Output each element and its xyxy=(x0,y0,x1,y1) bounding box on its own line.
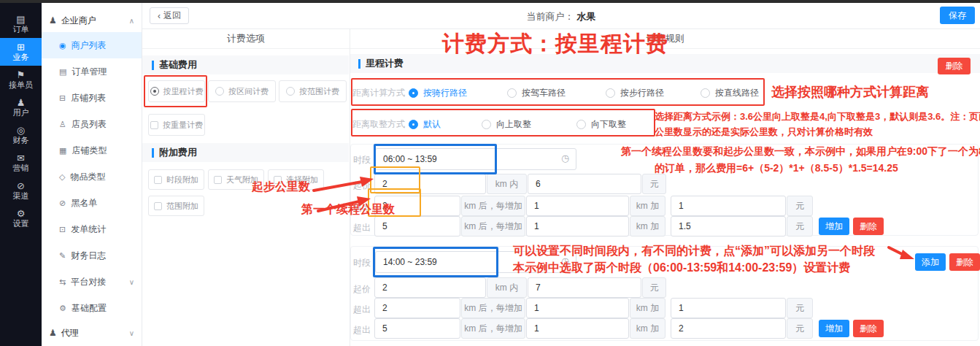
sidebar-item-shop-list[interactable]: ⊟ 店铺列表 xyxy=(42,85,142,111)
rail-item-label: 接单员 xyxy=(9,80,33,90)
per-km-input[interactable] xyxy=(526,298,629,318)
per-km-input[interactable] xyxy=(526,318,629,339)
delete-period-button[interactable]: 删除 xyxy=(949,253,980,271)
sidebar-group-agent[interactable]: ♟ 代理 ∨ xyxy=(42,321,142,345)
base-km-input[interactable] xyxy=(374,277,486,298)
delete-row-button[interactable]: 删除 xyxy=(853,320,884,337)
courier-icon: ⚑ xyxy=(17,70,26,80)
time-range-input[interactable] xyxy=(375,251,576,273)
option-label: 范围附加 xyxy=(166,201,198,212)
rail-item-label: 业务 xyxy=(13,53,29,62)
rail-item-label: 财务 xyxy=(13,136,29,145)
radio-off-icon xyxy=(286,87,295,96)
radio-walking-route[interactable]: 按步行路径 xyxy=(606,87,664,99)
radio-riding-route[interactable]: 按骑行路径 xyxy=(409,87,467,99)
km-after-addon: km 后，每增加 xyxy=(461,216,525,237)
business-icon: ⊞ xyxy=(17,42,25,53)
rail-item-marketing[interactable]: ✉ 营销 xyxy=(0,149,42,177)
save-button[interactable]: 保存 xyxy=(940,7,975,24)
per-km-input[interactable] xyxy=(526,216,629,237)
rail-item-couriers[interactable]: ⚑ 接单员 xyxy=(0,66,42,93)
over-label: 超出 xyxy=(353,304,371,316)
delete-mileage-section-button[interactable]: 删除 xyxy=(938,58,971,74)
rail-item-business[interactable]: ⊞ 业务 xyxy=(0,38,42,66)
sidebar-item-order-management[interactable]: ▤ 订单管理 xyxy=(42,58,142,85)
option-range-extra[interactable]: 范围附加 xyxy=(148,196,204,216)
rail-item-finance[interactable]: ◎ 财务 xyxy=(0,121,42,149)
over-km-input[interactable] xyxy=(374,196,460,216)
sidebar-item-label: 基础配置 xyxy=(72,302,107,315)
sidebar-item-label: 商户列表 xyxy=(72,39,107,52)
rail-item-settings[interactable]: ⚙ 设置 xyxy=(0,204,42,232)
user-icon: ♟ xyxy=(17,98,26,108)
over-price-input[interactable] xyxy=(671,318,786,339)
rail-item-orders[interactable]: ▤ 订单 xyxy=(0,10,42,38)
delete-row-button[interactable]: 删除 xyxy=(853,218,884,235)
yuan-addon: 元 xyxy=(642,174,666,194)
over-label: 超出 xyxy=(353,201,371,214)
sidebar-item-shop-type[interactable]: ▦ 店铺类型 xyxy=(42,137,142,164)
rail-item-channels[interactable]: ⊘ 渠道 xyxy=(0,177,42,204)
radio-rounding-default[interactable]: 默认 xyxy=(409,118,441,131)
sidebar-item-clerk-list[interactable]: ♙ 店员列表 xyxy=(42,111,142,137)
distance-method-row: 距离计算方式 按骑行路径 按驾车路径 按步行路径 按直线路径 xyxy=(350,80,980,105)
radio-driving-route[interactable]: 按驾车路径 xyxy=(507,87,566,99)
radio-round-up[interactable]: 向上取整 xyxy=(482,118,531,131)
shop-type-icon: ▦ xyxy=(59,146,66,155)
distance-method-label: 距离计算方式 xyxy=(352,87,405,99)
blacklist-icon: ⊘ xyxy=(59,199,66,208)
rail-item-users[interactable]: ♟ 用户 xyxy=(0,93,42,121)
option-select-extra[interactable]: 选择附加 xyxy=(268,169,324,190)
merchant-list-icon: ◉ xyxy=(59,41,66,50)
base-price-row: 起价 km 内 元 xyxy=(351,174,978,194)
time-range-input[interactable] xyxy=(375,148,576,170)
yuan-addon: 元 xyxy=(787,298,813,318)
option-by-interval[interactable]: 按区间计费 xyxy=(208,80,276,102)
sidebar-item-blacklist[interactable]: ⊘ 黑名单 xyxy=(42,190,142,216)
over-label: 超出 xyxy=(353,222,371,234)
over-price-input[interactable] xyxy=(671,298,786,318)
base-price-input[interactable] xyxy=(528,277,641,298)
add-period-button[interactable]: 添加 xyxy=(915,253,946,271)
radio-round-down[interactable]: 向下取整 xyxy=(576,118,626,131)
radio-label: 按驾车路径 xyxy=(522,87,566,99)
option-time-extra[interactable]: 时段附加 xyxy=(148,169,204,190)
km-after-addon: km 后，每增加 xyxy=(461,298,525,318)
option-by-weight[interactable]: 按重量计费 xyxy=(148,114,205,136)
over-label: 超出 xyxy=(353,324,371,337)
sidebar-item-merchant-list[interactable]: ◉ 商户列表 xyxy=(42,32,142,58)
sidebar-item-finance-log[interactable]: ✎ 财务日志 xyxy=(42,242,142,269)
over-km-input[interactable] xyxy=(374,298,460,318)
over-km-input[interactable] xyxy=(374,318,460,339)
sidebar-group-enterprise-merchant[interactable]: ♟ 企业商户 ∧ xyxy=(42,9,142,32)
radio-straight-line[interactable]: 按直线路径 xyxy=(701,87,759,99)
add-row-button[interactable]: 增加 xyxy=(819,320,849,337)
sidebar-item-basic-config[interactable]: ⚙ 基础配置 xyxy=(42,295,142,321)
over-km-input[interactable] xyxy=(374,216,460,237)
rail-item-label: 设置 xyxy=(13,219,29,228)
base-price-input[interactable] xyxy=(528,174,641,194)
add-row-button[interactable]: 增加 xyxy=(819,218,849,235)
sidebar-item-platform-connect[interactable]: ⇆ 平台对接 ∨ xyxy=(42,269,142,295)
over-price-input[interactable] xyxy=(671,196,786,216)
channel-icon: ⊘ xyxy=(17,181,25,191)
option-weather-extra[interactable]: 天气附加 xyxy=(208,169,264,190)
rail-item-label: 渠道 xyxy=(13,191,29,201)
base-fee-title: 基础费用 xyxy=(159,58,197,72)
per-km-input[interactable] xyxy=(526,196,629,216)
sidebar-group-label: 企业商户 xyxy=(61,15,96,27)
base-km-input[interactable] xyxy=(374,174,486,194)
option-by-mileage[interactable]: 按里程计费 xyxy=(148,80,205,102)
rounding-method-row: 距离取整方式 默认 向上取整 向下取整 xyxy=(350,112,980,137)
option-by-range[interactable]: 按范围计费 xyxy=(279,80,347,102)
over-row: 超出 km 后，每增加 km 加 元 xyxy=(351,196,978,216)
clerk-list-icon: ♙ xyxy=(59,120,66,129)
dispatch-stats-icon: ⊡ xyxy=(59,225,66,234)
sidebar-item-dispatch-stats[interactable]: ⊡ 发单统计 xyxy=(42,216,142,242)
option-label: 按重量计费 xyxy=(163,120,203,131)
primary-nav-rail: ▤ 订单 ⊞ 业务 ⚑ 接单员 ♟ 用户 ◎ 财务 ✉ 营销 ⊘ 渠道 ⚙ 设置 xyxy=(0,0,42,346)
over-price-input[interactable] xyxy=(671,216,786,237)
mileage-section-bar: 里程计费 xyxy=(350,54,980,73)
checkbox-icon xyxy=(154,202,162,210)
sidebar-item-goods-type[interactable]: ◇ 物品类型 xyxy=(42,164,142,190)
